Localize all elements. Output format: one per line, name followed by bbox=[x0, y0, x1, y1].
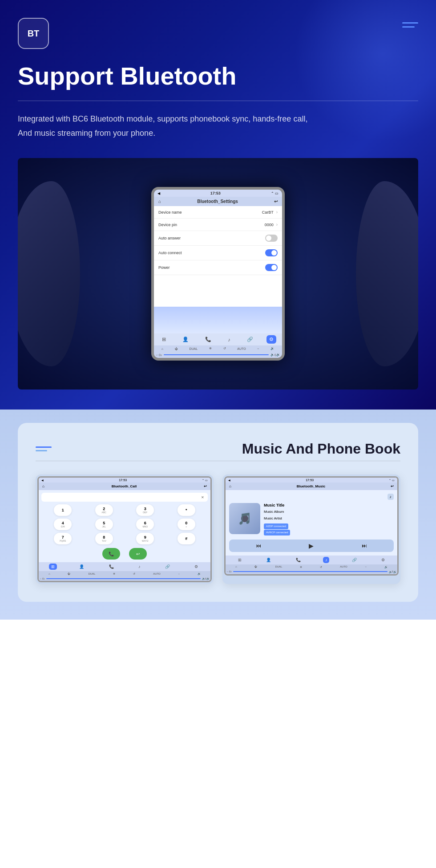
dialpad-key-4[interactable]: 4GHI bbox=[54, 519, 72, 530]
call-home-ctrl[interactable]: ⌂ bbox=[48, 572, 50, 575]
dialer-clear-icon[interactable]: ✕ bbox=[201, 495, 204, 499]
call-snow-icon[interactable]: ❄ bbox=[113, 572, 115, 575]
dialer-input-field[interactable]: ✕ bbox=[41, 493, 208, 502]
dialpad-key-7[interactable]: 7PQRS bbox=[54, 533, 72, 544]
call-fan-icon[interactable]: ~ bbox=[178, 572, 180, 575]
dialpad-key-star[interactable]: * bbox=[178, 504, 195, 516]
call-back-header-icon[interactable]: ↩ bbox=[204, 484, 207, 488]
prev-track-button[interactable]: ⏮ bbox=[256, 543, 261, 549]
screen-content: ◀ 17:53 ⌃ ▭ ⌂ Bluetooth_Settings ↩ Devic… bbox=[154, 190, 282, 358]
call-home-icon[interactable]: ⌂ bbox=[42, 484, 44, 488]
music-screen-panel: ◀ 17:53 ⌃ ▭ ⌂ Bluetooth_Music ↩ ♪ bbox=[222, 475, 400, 584]
auto-connect-row[interactable]: Auto connect bbox=[154, 246, 282, 260]
call-nav-phone-icon[interactable]: 📞 bbox=[107, 564, 116, 570]
dialpad-key-2[interactable]: 2ABC bbox=[95, 504, 113, 516]
nav-person-icon[interactable]: 👤 bbox=[180, 335, 191, 344]
music-back-icon[interactable]: ◀ bbox=[228, 479, 230, 482]
nav-music-icon[interactable]: ♪ bbox=[225, 336, 233, 344]
hero-description: Integrated with BC6 Bluetooth module, su… bbox=[18, 112, 418, 141]
music-nav-grid-icon[interactable]: ⊞ bbox=[236, 557, 244, 563]
bt-settings-header: ⌂ Bluetooth_Settings ↩ bbox=[154, 197, 282, 206]
device-pin-row[interactable]: Device pin 0000 › bbox=[154, 219, 282, 231]
music-status-icons: ⌃ ▭ bbox=[389, 479, 395, 482]
device-pin-arrow-icon: › bbox=[276, 222, 278, 227]
call-nav-settings-icon[interactable]: ⚙ bbox=[192, 564, 200, 570]
dialpad-key-3[interactable]: 3DEF bbox=[136, 504, 154, 516]
music-nav-settings-icon[interactable]: ⚙ bbox=[379, 557, 387, 563]
call-slider[interactable] bbox=[46, 578, 200, 579]
hero-title: Support Bluetooth bbox=[18, 62, 418, 90]
music-fan-icon[interactable]: ~ bbox=[365, 565, 367, 568]
music-back-header-icon[interactable]: ↩ bbox=[391, 484, 394, 488]
music-power-ctrl[interactable]: ⏻ bbox=[254, 565, 257, 568]
hamburger-menu-icon[interactable] bbox=[402, 22, 418, 28]
music-nav-person-icon[interactable]: 👤 bbox=[264, 557, 273, 563]
vol-right-icon[interactable]: 🔊 bbox=[276, 353, 280, 357]
auto-connect-toggle-knob bbox=[271, 250, 277, 256]
dual-label: DUAL bbox=[189, 347, 198, 350]
snowflake-icon[interactable]: ❄ bbox=[209, 347, 212, 350]
auto-answer-row[interactable]: Auto answer bbox=[154, 231, 282, 246]
call-vol2-icon[interactable]: 🔊 bbox=[206, 577, 210, 580]
back-icon[interactable]: ↩ bbox=[274, 199, 278, 204]
slider-bar[interactable] bbox=[164, 354, 269, 355]
power-label: Power bbox=[158, 265, 170, 270]
call-nav-person-icon[interactable]: 👤 bbox=[77, 564, 86, 570]
music-note-btn[interactable]: ♪ bbox=[388, 494, 394, 500]
dialpad-key-1[interactable]: 1 bbox=[54, 504, 72, 516]
music-vol-icon[interactable]: 🔊 bbox=[384, 565, 388, 568]
music-phone-section: Music And Phone Book ◀ 17:53 ⌃ ▭ ⌂ Bluet… bbox=[18, 423, 418, 602]
music-nav-music-icon[interactable]: ♪ bbox=[323, 557, 330, 563]
dialpad-key-0[interactable]: 0+ bbox=[178, 519, 195, 530]
music-vol2-icon[interactable]: 🔊 bbox=[393, 570, 396, 573]
music-recirc-icon[interactable]: ↺ bbox=[320, 565, 322, 568]
music-home-ctrl[interactable]: ⌂ bbox=[235, 565, 237, 568]
power-row[interactable]: Power bbox=[154, 260, 282, 275]
call-nav-music-icon[interactable]: ♪ bbox=[136, 564, 143, 570]
answer-call-button[interactable]: 📞 bbox=[102, 548, 120, 560]
car-background: ◀ 17:53 ⌃ ▭ ⌂ Bluetooth_Settings ↩ Devic… bbox=[18, 158, 418, 389]
music-controls-bar: ⌂ ⏻ DUAL ❄ ↺ AUTO ~ 🔊 bbox=[226, 564, 397, 569]
music-nav-link-icon[interactable]: 🔗 bbox=[350, 557, 359, 563]
play-button[interactable]: ▶ bbox=[309, 542, 314, 549]
dialpad-key-5[interactable]: 5JKL bbox=[95, 519, 113, 530]
speaker-icon[interactable]: 🔈 bbox=[270, 353, 275, 357]
recirculate-icon[interactable]: ↺ bbox=[223, 347, 226, 350]
next-track-button[interactable]: ⏭ bbox=[362, 543, 367, 549]
auto-answer-toggle[interactable] bbox=[265, 235, 278, 242]
nav-settings-icon[interactable]: ⚙ bbox=[266, 335, 276, 344]
music-nav-phone-icon[interactable]: 📞 bbox=[294, 557, 303, 563]
music-hamburger-icon[interactable] bbox=[36, 446, 52, 451]
power-toggle[interactable] bbox=[265, 264, 278, 271]
music-spk-icon[interactable]: 🔈 bbox=[389, 570, 392, 573]
dialpad-key-6[interactable]: 6MNO bbox=[136, 519, 154, 530]
dialpad-key-hash[interactable]: # bbox=[178, 533, 195, 544]
device-name-row[interactable]: Device name CarBT › bbox=[154, 206, 282, 219]
call-back-icon[interactable]: ◀ bbox=[41, 479, 44, 482]
music-home-icon[interactable]: ⌂ bbox=[229, 484, 231, 488]
call-power-ctrl[interactable]: ⏻ bbox=[68, 572, 70, 575]
call-vol-icon[interactable]: 🔊 bbox=[198, 572, 201, 575]
device-pin-label: Device pin bbox=[158, 223, 177, 227]
home-icon[interactable]: ⌂ bbox=[158, 199, 161, 204]
power-ctrl-icon[interactable]: ⏻ bbox=[175, 347, 178, 350]
fan-icon[interactable]: ~ bbox=[257, 347, 259, 350]
dialpad-key-8[interactable]: 8TUV bbox=[95, 533, 113, 544]
back-ctrl-icon[interactable]: ← bbox=[156, 353, 159, 357]
call-spk-icon[interactable]: 🔈 bbox=[202, 577, 205, 580]
music-topbar: ◀ 17:53 ⌃ ▭ bbox=[226, 478, 397, 483]
nav-link-icon[interactable]: 🔗 bbox=[244, 335, 256, 344]
redial-call-button[interactable]: ↩ bbox=[129, 548, 147, 560]
music-snow-icon[interactable]: ❄ bbox=[300, 565, 302, 568]
nav-phone-icon[interactable]: 📞 bbox=[202, 335, 214, 344]
music-slider[interactable] bbox=[233, 571, 387, 572]
call-recirc-icon[interactable]: ↺ bbox=[133, 572, 135, 575]
home-ctrl-icon[interactable]: ⌂ bbox=[161, 347, 163, 350]
dialpad-key-9[interactable]: 9WXYZ bbox=[136, 533, 154, 544]
back-arrow-icon[interactable]: ◀ bbox=[157, 191, 160, 195]
nav-grid-icon[interactable]: ⊞ bbox=[159, 335, 169, 344]
call-nav-link-icon[interactable]: 🔗 bbox=[163, 564, 172, 570]
call-nav-grid-icon[interactable]: ⊞ bbox=[49, 564, 57, 570]
auto-connect-toggle[interactable] bbox=[265, 249, 278, 256]
vol-icon[interactable]: 🔊 bbox=[270, 347, 275, 350]
